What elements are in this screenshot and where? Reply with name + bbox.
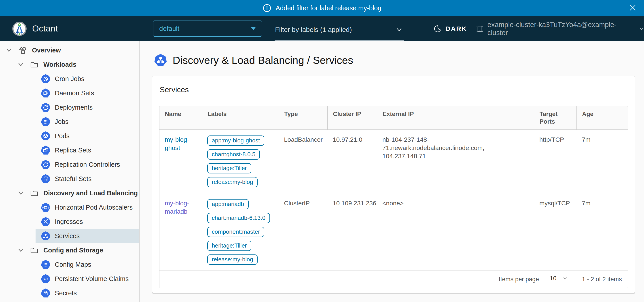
table-row-cell-age: 7m [576,193,628,271]
page-title-text: Discovery & Load Balancing / Services [173,54,353,66]
sidebar-item-label: Horizontal Pod Autoscalers [55,204,132,211]
sidebar-item-label: Replication Controllers [55,161,120,168]
label-pill[interactable]: release:my-blog [207,255,258,265]
banner-message: Added filter for label release:my-blog [276,4,381,12]
table-row-cell-cluster-ip: 10.97.21.0 [327,130,377,193]
sidebar-item-horizontal-pod-autoscalers[interactable]: Horizontal Pod Autoscalers [0,200,139,214]
label-pill[interactable]: app:my-blog-ghost [207,136,264,146]
card-title: Services [160,85,628,94]
chevron-down-icon[interactable] [18,247,24,254]
services-table: Name Labels Type Cluster IP External IP … [159,106,628,288]
secrets-icon [41,288,50,298]
chevron-down-icon[interactable] [18,190,24,196]
sidebar-item-ingresses[interactable]: Ingresses [0,214,139,229]
column-header-target-ports: Target Ports [534,106,576,130]
chevron-down-icon[interactable] [18,61,24,68]
sidebar-item-stateful-sets[interactable]: Stateful Sets [0,172,139,186]
sidebar-item-cron-jobs[interactable]: Cron Jobs [0,72,139,86]
sidebar-item-overview[interactable]: Overview [0,43,139,57]
sidebar-group-config-and-storage[interactable]: Config and Storage [0,243,139,257]
table-row-cell-age: 7m [576,130,628,193]
table-row-cell-type: ClusterIP [278,193,327,271]
replication-controllers-icon [41,160,50,169]
jobs-icon [41,117,50,126]
banner-close-icon[interactable] [629,4,636,12]
table-row-cell-external-ip: <none> [377,193,534,271]
label-filter-dropdown[interactable]: Filter by labels (1 applied) [274,21,404,41]
table-row-cell-type: LoadBalancer [278,130,327,193]
label-pill[interactable]: chart:mariadb-6.13.0 [207,213,270,223]
sidebar-item-replication-controllers[interactable]: Replication Controllers [0,157,139,172]
cluster-selector[interactable]: example-cluster-ka3TuTzYo4a@example-clus… [476,16,644,41]
table-row-cell-cluster-ip: 10.109.231.236 [327,193,377,271]
sidebar-group-label: Discovery and Load Balancing [44,189,138,197]
column-header-name: Name [160,106,202,130]
sidebar-item-daemon-sets[interactable]: Daemon Sets [0,86,139,100]
label-pill[interactable]: heritage:Tiller [207,241,251,251]
sidebar-item-label: Services [55,232,80,240]
sidebar-group-label: Config and Storage [44,247,103,254]
ingresses-icon [41,217,50,226]
chevron-down-icon[interactable] [6,47,12,54]
cluster-name: example-cluster-ka3TuTzYo4a@example-clus… [488,21,636,37]
main-content: Discovery & Load Balancing / Services Se… [140,41,644,302]
sidebar-item-jobs[interactable]: Jobs [0,115,139,129]
info-icon [263,4,271,12]
sidebar-item-secrets[interactable]: Secrets [0,286,139,300]
moon-icon [433,25,442,33]
sidebar-group-discovery-and-load-balancing[interactable]: Discovery and Load Balancing [0,186,139,200]
filter-chevron-icon [396,26,402,33]
sidebar-item-pods[interactable]: Pods [0,129,139,143]
theme-toggle-button[interactable]: DARK [433,16,467,41]
namespace-select[interactable]: default [153,20,262,37]
service-link[interactable]: my-blog-mariadb [165,200,189,215]
services-page-icon [154,54,167,66]
table-row-cell-target-ports: http/TCP [534,130,576,193]
sidebar-item-services[interactable]: Services [0,229,139,243]
items-per-page-value: 10 [550,275,556,282]
column-header-age: Age [576,106,628,130]
column-header-labels: Labels [202,106,278,130]
column-header-type: Type [278,106,327,130]
services-icon [41,231,50,241]
sidebar-nav: Overview Workloads Cron Jobs Daemon Sets… [0,41,140,302]
pods-icon [41,131,50,141]
label-pill[interactable]: component:master [207,227,264,237]
services-card: Services Name Labels Type Cluster IP Ext… [152,76,635,293]
table-row-cell-external-ip: nb-104-237-148-71.newark.nodebalancer.li… [377,130,534,193]
table-footer: Items per page 10 1 - 2 of 2 items [160,271,628,288]
table-row-cell-target-ports: mysql/TCP [534,193,576,271]
brand: Octant [12,16,58,41]
sidebar-item-persistent-volume-claims[interactable]: Persistent Volume Claims [0,272,139,286]
replica-sets-icon [41,146,50,155]
sidebar-item-label: Daemon Sets [55,90,94,97]
label-pill[interactable]: heritage:Tiller [207,163,251,173]
app-header: Octant default Filter by labels (1 appli… [0,16,644,41]
sidebar-group-label: Workloads [44,61,76,68]
sidebar-item-label: Overview [32,47,61,54]
namespace-caret-icon [251,27,256,30]
column-header-cluster-ip: Cluster IP [327,106,377,130]
sidebar-item-replica-sets[interactable]: Replica Sets [0,143,139,157]
overview-icon [18,46,27,55]
service-link[interactable]: my-blog-ghost [165,136,189,151]
items-per-page-chevron-icon [562,276,568,281]
sidebar-item-deployments[interactable]: Deployments [0,100,139,115]
sidebar-item-config-maps[interactable]: Config Maps [0,257,139,272]
table-row-cell-name: my-blog-ghost [160,130,202,193]
table-row-cell-labels: app:mariadb chart:mariadb-6.13.0 compone… [202,193,278,271]
deployments-icon [41,103,50,112]
items-per-page-select[interactable]: 10 [548,275,569,284]
sidebar-item-label: Stateful Sets [55,175,92,183]
sidebar-item-label: Ingresses [55,218,83,225]
folder-icon [30,189,38,197]
app-title: Octant [32,24,58,33]
sidebar-item-label: Persistent Volume Claims [55,275,128,283]
sidebar-group-workloads[interactable]: Workloads [0,57,139,72]
label-pill[interactable]: release:my-blog [207,177,258,187]
sidebar-item-label: Deployments [55,104,92,111]
sidebar-item-label: Cron Jobs [55,75,84,83]
cluster-chevron-icon [639,26,644,31]
label-pill[interactable]: chart:ghost-8.0.5 [207,149,260,159]
label-pill[interactable]: app:mariadb [207,199,249,209]
